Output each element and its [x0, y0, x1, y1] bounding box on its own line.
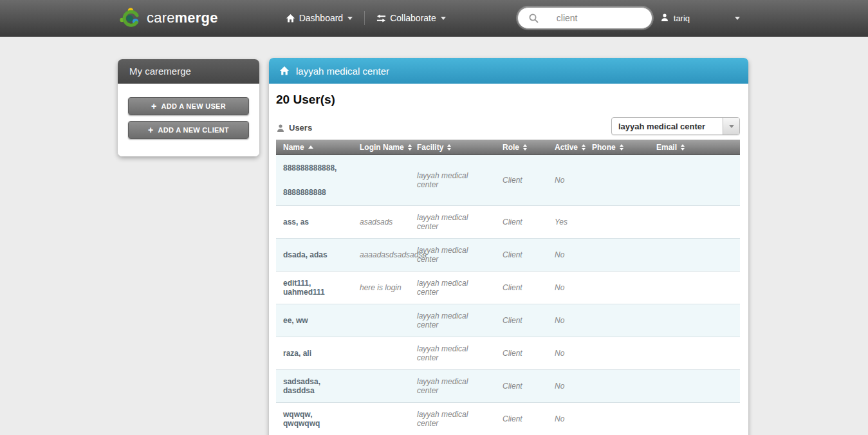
- cell-name: ee, ww: [276, 304, 353, 337]
- column-header-email[interactable]: Email: [649, 140, 740, 154]
- cell-name: sadsadsa, dasddsa: [276, 369, 353, 402]
- table-row[interactable]: wqwqw, qwqwqwqlayyah medical centerClien…: [276, 402, 740, 435]
- column-label: Name: [283, 143, 304, 152]
- home-icon: [279, 66, 290, 76]
- top-navbar: caremerge Dashboard Collaborate tariq: [0, 0, 868, 37]
- cell-facility: layyah medical center: [410, 205, 495, 238]
- cell-email: [649, 154, 740, 205]
- cell-active: No: [548, 402, 585, 435]
- cell-active: Yes: [548, 205, 585, 238]
- logo-text: caremerge: [147, 10, 218, 26]
- cell-email: [649, 205, 740, 238]
- user-icon: [660, 13, 669, 24]
- add-new-user-label: ADD A NEW USER: [161, 102, 226, 110]
- cell-role: Client: [495, 205, 548, 238]
- page-content: My caremerge + ADD A NEW USER + ADD A NE…: [0, 37, 868, 435]
- chevron-down-icon: [347, 17, 353, 20]
- plus-icon: +: [151, 101, 156, 111]
- nav-collaborate[interactable]: Collaborate: [371, 9, 451, 27]
- column-header-phone[interactable]: Phone: [585, 140, 649, 154]
- table-row[interactable]: sadsadsa, dasddsalayyah medical centerCl…: [276, 369, 740, 402]
- column-header-active[interactable]: Active: [548, 140, 585, 154]
- cell-facility: layyah medical center: [410, 271, 495, 304]
- users-toolbar: Users layyah medical center: [276, 117, 740, 135]
- cell-role: Client: [495, 402, 548, 435]
- cell-role: Client: [495, 304, 548, 337]
- cell-name: 888888888888, 8888888888: [276, 154, 353, 205]
- cell-role: Client: [495, 369, 548, 402]
- column-header-role[interactable]: Role: [495, 140, 548, 154]
- add-new-client-button[interactable]: + ADD A NEW CLIENT: [128, 121, 249, 139]
- user-menu[interactable]: tariq: [660, 13, 743, 24]
- cell-login_name: [353, 369, 410, 402]
- caremerge-logo-icon: [119, 6, 142, 30]
- panel-header: layyah medical center: [269, 58, 748, 84]
- cell-active: No: [548, 238, 585, 271]
- table-row[interactable]: raza, alilayyah medical centerClientNo: [276, 337, 740, 369]
- sort-ascending-icon: [308, 145, 313, 149]
- column-header-facility[interactable]: Facility: [410, 140, 495, 154]
- table-row[interactable]: edit111, uahmed111here is loginlayyah me…: [276, 271, 740, 304]
- cell-login_name: asadsads: [353, 205, 410, 238]
- column-label: Facility: [417, 143, 443, 152]
- column-label: Email: [656, 143, 677, 152]
- sidebar-body: + ADD A NEW USER + ADD A NEW CLIENT: [118, 84, 259, 156]
- cell-facility: layyah medical center: [410, 304, 495, 337]
- sort-both-icon: [523, 144, 527, 151]
- cell-phone: [585, 238, 649, 271]
- cell-login_name: aaaadasdsadsadsa: [353, 238, 410, 271]
- cell-role: Client: [495, 238, 548, 271]
- cell-facility: layyah medical center: [410, 369, 495, 402]
- sort-both-icon: [582, 144, 586, 151]
- nav-collaborate-label: Collaborate: [390, 13, 436, 23]
- sort-both-icon: [620, 144, 623, 151]
- user-name: tariq: [674, 14, 690, 23]
- facility-select[interactable]: layyah medical center: [611, 117, 740, 135]
- cell-phone: [585, 337, 649, 369]
- users-label-text: Users: [289, 123, 312, 133]
- cell-phone: [585, 205, 649, 238]
- cell-role: Client: [495, 337, 548, 369]
- cell-email: [649, 402, 740, 435]
- nav-divider: [364, 11, 365, 25]
- cell-login_name: [353, 402, 410, 435]
- sort-both-icon: [681, 144, 685, 151]
- facility-panel: layyah medical center 20 User(s) Users l…: [269, 58, 748, 435]
- cell-name: ass, as: [276, 205, 353, 238]
- table-row[interactable]: dsada, adasaaaadasdsadsadsalayyah medica…: [276, 238, 740, 271]
- column-label: Active: [555, 143, 578, 152]
- sort-both-icon: [408, 144, 412, 151]
- table-row[interactable]: ee, wwlayyah medical centerClientNo: [276, 304, 740, 337]
- select-caret-button[interactable]: [723, 118, 739, 134]
- sidebar-title: My caremerge: [118, 59, 259, 84]
- cell-active: No: [548, 304, 585, 337]
- chevron-down-icon: [441, 17, 446, 20]
- chevron-down-icon: [729, 125, 734, 128]
- search-icon: [528, 13, 539, 26]
- home-icon: [286, 14, 295, 23]
- user-count-heading: 20 User(s): [276, 84, 740, 107]
- user-icon: [276, 124, 285, 133]
- cell-email: [649, 238, 740, 271]
- cell-facility: layyah medical center: [410, 238, 495, 271]
- sidebar: My caremerge + ADD A NEW USER + ADD A NE…: [118, 59, 259, 156]
- cell-login_name: here is login: [353, 271, 410, 304]
- column-label: Role: [503, 143, 519, 152]
- nav-dashboard[interactable]: Dashboard: [281, 9, 358, 27]
- caremerge-logo[interactable]: caremerge: [119, 6, 218, 30]
- cell-name: dsada, adas: [276, 238, 353, 271]
- primary-nav: Dashboard Collaborate: [281, 9, 451, 27]
- cell-phone: [585, 402, 649, 435]
- column-header-login_name[interactable]: Login Name: [353, 140, 410, 154]
- cell-active: No: [548, 271, 585, 304]
- cell-facility: layyah medical center: [410, 402, 495, 435]
- table-row[interactable]: 888888888888, 8888888888layyah medical c…: [276, 154, 740, 205]
- users-table-body: 888888888888, 8888888888layyah medical c…: [276, 154, 740, 435]
- cell-login_name: [353, 304, 410, 337]
- users-table-header-row: NameLogin NameFacilityRoleActivePhoneEma…: [276, 140, 740, 154]
- add-new-user-button[interactable]: + ADD A NEW USER: [128, 97, 249, 115]
- cell-email: [649, 304, 740, 337]
- cell-email: [649, 271, 740, 304]
- column-header-name[interactable]: Name: [276, 140, 353, 154]
- table-row[interactable]: ass, asasadsadslayyah medical centerClie…: [276, 205, 740, 238]
